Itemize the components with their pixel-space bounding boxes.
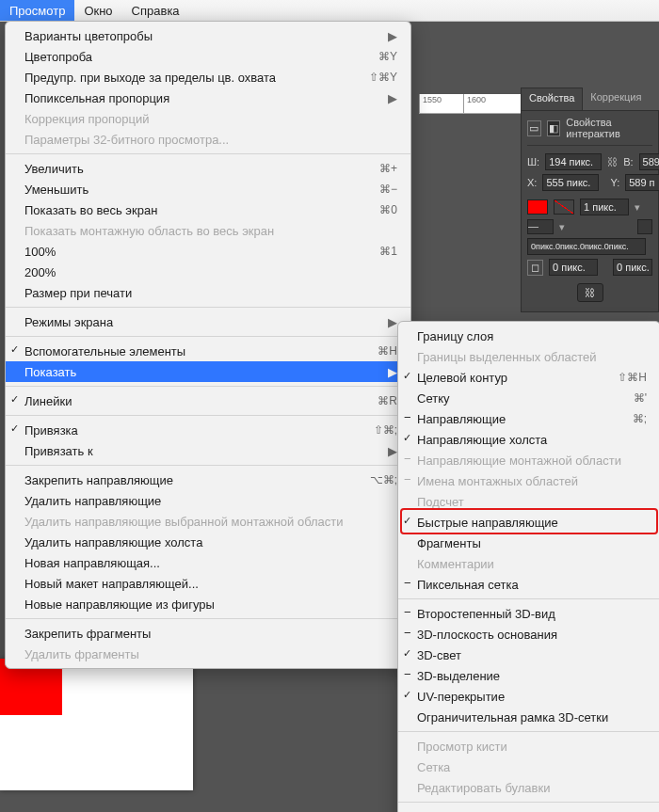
check-icon: ✓ xyxy=(403,370,411,382)
tab-correction[interactable]: Коррекция xyxy=(583,88,649,110)
sub-guides[interactable]: −Направляющие⌘; xyxy=(398,408,659,429)
tab-properties[interactable]: Свойства xyxy=(521,88,583,110)
dash-icon: − xyxy=(404,605,411,619)
sub-uv-overlay[interactable]: ✓UV-перекрытие xyxy=(398,686,659,707)
sub-artboard-guides: −Направляющие монтажной области xyxy=(398,450,659,470)
menu-clear-guides[interactable]: Удалить направляющие xyxy=(6,490,410,511)
submenu-arrow-icon: ▶ xyxy=(369,29,397,43)
stroke-swatch[interactable] xyxy=(554,199,574,215)
menu-fit-artboard: Показать монтажную область во весь экран xyxy=(6,220,410,241)
menu-32bit: Параметры 32-битного просмотра... xyxy=(6,129,410,150)
submenu-arrow-icon: ▶ xyxy=(369,444,397,458)
corners-input[interactable] xyxy=(527,238,646,255)
sub-canvas-guides[interactable]: ✓Направляющие холста xyxy=(398,429,659,450)
panel-tabs: Свойства Коррекция xyxy=(521,88,659,110)
menu-zoom-in[interactable]: Увеличить⌘+ xyxy=(6,158,410,179)
sub-brush-preview: Просмотр кисти xyxy=(398,736,659,756)
corner-radius-input-2[interactable] xyxy=(613,259,652,276)
shape-type-icon: ▭ xyxy=(527,120,541,136)
menu-snap[interactable]: ✓Привязка⇧⌘; xyxy=(6,420,410,440)
dropdown-icon[interactable]: ▾ xyxy=(635,201,640,214)
menu-help[interactable]: Справка xyxy=(122,0,189,21)
menu-zoom-out[interactable]: Уменьшить⌘− xyxy=(6,179,410,199)
menu-clear-sel-guides: Удалить направляющие выбранной монтажной… xyxy=(6,511,410,532)
ruler-horizontal[interactable]: 1550 1600 xyxy=(419,94,532,114)
menu-new-guide[interactable]: Новая направляющая... xyxy=(6,552,410,573)
submenu-arrow-icon: ▶ xyxy=(369,91,397,105)
menu-200[interactable]: 200% xyxy=(6,262,410,282)
show-submenu: Границу слоя Границы выделенных областей… xyxy=(397,321,659,812)
menu-print-size[interactable]: Размер при печати xyxy=(6,282,410,303)
sub-3d-secondary[interactable]: −Второстепенный 3D-вид xyxy=(398,603,659,624)
sub-3d-mesh-bbox[interactable]: Ограничительная рамка 3D-сетки xyxy=(398,707,659,727)
ruler-tick: 1550 xyxy=(419,94,463,113)
dash-icon: − xyxy=(404,667,411,681)
height-label: В: xyxy=(623,156,633,167)
sub-layer-edges[interactable]: Границу слоя xyxy=(398,326,659,346)
link-wh-icon[interactable]: ⛓ xyxy=(607,156,618,167)
menu-pixel-aspect[interactable]: Попиксельная пропорция▶ xyxy=(6,88,410,108)
fill-swatch[interactable] xyxy=(527,199,548,215)
sub-count: Подсчет xyxy=(398,491,659,512)
menubar: Просмотр Окно Справка xyxy=(0,0,659,22)
dash-icon: − xyxy=(404,626,411,640)
stroke-align[interactable] xyxy=(637,219,652,234)
menu-clear-slices: Удалить фрагменты xyxy=(6,644,410,664)
menu-clear-canvas-guides[interactable]: Удалить направляющие холста xyxy=(6,532,410,552)
sub-slices[interactable]: Фрагменты xyxy=(398,533,659,553)
menu-pixel-aspect-corr: Коррекция пропорций xyxy=(6,108,410,129)
link-corners-icon[interactable]: ⛓ xyxy=(577,283,603,302)
menu-rulers[interactable]: ✓Линейки⌘R xyxy=(6,390,410,411)
check-icon: ✓ xyxy=(403,515,411,527)
sub-notes: Комментарии xyxy=(398,553,659,574)
menu-screen-modes[interactable]: Режимы экрана▶ xyxy=(6,311,410,332)
menu-show[interactable]: Показать▶ xyxy=(6,361,410,382)
dropdown-icon[interactable]: ▾ xyxy=(559,221,565,233)
menu-fit-screen[interactable]: Показать во весь экран⌘0 xyxy=(6,199,410,220)
sub-target-path[interactable]: ✓Целевой контур⇧⌘H xyxy=(398,367,659,388)
sub-all[interactable]: Все xyxy=(398,806,659,812)
check-icon: ✓ xyxy=(10,343,19,356)
sub-pixel-grid[interactable]: −Пиксельная сетка xyxy=(398,574,659,595)
sub-edit-pins: Редактировать булавки xyxy=(398,777,659,798)
menu-lock-slices[interactable]: Закрепить фрагменты xyxy=(6,623,410,644)
menu-view[interactable]: Просмотр xyxy=(0,0,74,21)
live-shape-icon: ◧ xyxy=(547,120,561,136)
menu-new-guide-layout[interactable]: Новый макет направляющей... xyxy=(6,573,410,594)
sub-3d-lights[interactable]: ✓3D-свет xyxy=(398,645,659,665)
sub-grid[interactable]: Сетку⌘' xyxy=(398,388,659,408)
menu-snap-to[interactable]: Привязать к▶ xyxy=(6,440,410,461)
check-icon: ✓ xyxy=(10,422,19,435)
dash-icon: − xyxy=(404,576,411,590)
sub-3d-selection[interactable]: −3D-выделение xyxy=(398,665,659,686)
menu-proof-colors[interactable]: Цветопроба⌘Y xyxy=(6,46,410,67)
stroke-style[interactable]: — xyxy=(527,219,554,234)
sub-mesh: Сетка xyxy=(398,756,659,777)
sub-selection-edges: Границы выделенных областей xyxy=(398,346,659,367)
menu-new-guides-shape[interactable]: Новые направляющие из фигуры xyxy=(6,594,410,614)
menu-100[interactable]: 100%⌘1 xyxy=(6,241,410,262)
corner-icon: ◻ xyxy=(527,260,543,276)
check-icon: ✓ xyxy=(403,647,411,660)
submenu-arrow-icon: ▶ xyxy=(369,315,397,329)
check-icon: ✓ xyxy=(403,689,411,701)
height-input[interactable] xyxy=(639,153,659,170)
menu-proof-setup[interactable]: Варианты цветопробы▶ xyxy=(6,25,410,46)
sub-smart-guides[interactable]: ✓Быстрые направляющие xyxy=(398,512,659,533)
width-input[interactable] xyxy=(545,153,602,170)
y-input[interactable] xyxy=(625,174,659,191)
stroke-width-input[interactable] xyxy=(580,199,629,215)
check-icon: ✓ xyxy=(10,393,19,406)
menu-gamut-warning[interactable]: Предупр. при выходе за пределы цв. охват… xyxy=(6,67,410,88)
corner-radius-input[interactable] xyxy=(549,259,598,276)
sub-3d-ground[interactable]: −3D-плоскость основания xyxy=(398,624,659,645)
x-input[interactable] xyxy=(542,174,599,191)
menu-window[interactable]: Окно xyxy=(74,0,121,21)
width-label: Ш: xyxy=(527,156,539,167)
menu-extras[interactable]: ✓Вспомогательные элементы⌘H xyxy=(6,341,410,361)
sub-artboard-names: −Имена монтажных областей xyxy=(398,470,659,491)
menu-lock-guides[interactable]: Закрепить направляющие⌥⌘; xyxy=(6,470,410,490)
submenu-arrow-icon: ▶ xyxy=(369,365,397,379)
x-label: X: xyxy=(527,177,537,188)
panel-title: Свойства интерактив xyxy=(566,117,652,139)
